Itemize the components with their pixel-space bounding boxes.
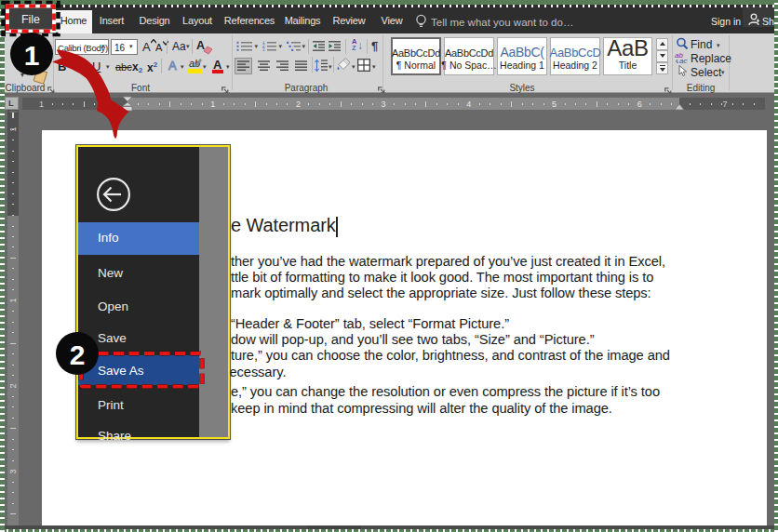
svg-text:3: 3 bbox=[262, 47, 265, 51]
svg-text:ac: ac bbox=[679, 57, 687, 64]
